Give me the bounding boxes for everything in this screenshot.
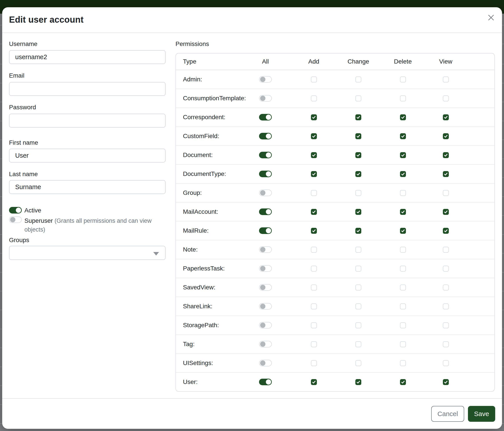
permission-delete-checkbox[interactable] [400, 171, 406, 177]
permission-all-toggle[interactable] [259, 95, 272, 102]
superuser-toggle[interactable] [9, 216, 22, 223]
permission-delete-checkbox[interactable] [400, 77, 406, 82]
permission-change-checkbox[interactable] [355, 247, 361, 253]
last-name-input[interactable] [9, 180, 166, 194]
permission-all-toggle[interactable] [259, 171, 272, 177]
permission-all-toggle[interactable] [259, 114, 272, 120]
permission-change-checkbox[interactable] [355, 228, 361, 234]
permission-add-checkbox[interactable] [311, 341, 317, 347]
permission-add-checkbox[interactable] [311, 266, 317, 272]
permission-add-checkbox[interactable] [311, 209, 317, 215]
permission-all-toggle[interactable] [259, 265, 272, 272]
permission-delete-checkbox[interactable] [400, 304, 406, 309]
permission-delete-checkbox[interactable] [400, 228, 406, 234]
permission-delete-checkbox[interactable] [400, 266, 406, 272]
permission-row: UISettings: [176, 353, 494, 372]
permission-view-checkbox[interactable] [443, 285, 449, 290]
permission-view-checkbox[interactable] [443, 379, 449, 385]
permission-change-checkbox[interactable] [355, 171, 361, 177]
permission-all-toggle[interactable] [259, 322, 272, 329]
toggle-knob [266, 379, 271, 385]
permission-change-checkbox[interactable] [355, 95, 361, 101]
permission-add-checkbox[interactable] [311, 95, 317, 101]
permission-add-checkbox[interactable] [311, 77, 317, 82]
permission-delete-checkbox[interactable] [400, 341, 406, 347]
permission-view-checkbox[interactable] [443, 95, 449, 101]
permission-change-checkbox[interactable] [355, 379, 361, 385]
permission-view-checkbox[interactable] [443, 190, 449, 196]
permission-add-checkbox[interactable] [311, 360, 317, 366]
permission-change-checkbox[interactable] [355, 322, 361, 328]
permission-all-toggle[interactable] [259, 303, 272, 310]
groups-select[interactable] [9, 246, 166, 260]
permission-change-checkbox[interactable] [355, 341, 361, 347]
permission-all-toggle[interactable] [259, 341, 272, 347]
permission-all-toggle[interactable] [259, 246, 272, 253]
permission-change-checkbox[interactable] [355, 133, 361, 139]
permission-delete-checkbox[interactable] [400, 247, 406, 253]
permission-change-checkbox[interactable] [355, 304, 361, 309]
permission-add-checkbox[interactable] [311, 171, 317, 177]
permission-add-checkbox[interactable] [311, 247, 317, 253]
permission-delete-checkbox[interactable] [400, 95, 406, 101]
permission-add-checkbox[interactable] [311, 322, 317, 328]
permission-view-checkbox[interactable] [443, 133, 449, 139]
close-button[interactable] [486, 13, 496, 23]
permission-all-toggle[interactable] [259, 379, 272, 385]
first-name-input[interactable] [9, 149, 166, 162]
permission-delete-checkbox[interactable] [400, 379, 406, 385]
permission-view-checkbox[interactable] [443, 171, 449, 177]
permission-view-checkbox[interactable] [443, 360, 449, 366]
permission-view-checkbox[interactable] [443, 341, 449, 347]
permission-all-toggle[interactable] [259, 284, 272, 291]
permission-view-checkbox[interactable] [443, 114, 449, 120]
permission-delete-checkbox[interactable] [400, 209, 406, 215]
permission-add-checkbox[interactable] [311, 152, 317, 158]
username-input[interactable] [9, 50, 166, 64]
email-label: Email [9, 72, 166, 79]
permission-delete-checkbox[interactable] [400, 360, 406, 366]
active-toggle[interactable] [9, 207, 22, 214]
permission-all-toggle[interactable] [259, 76, 272, 83]
permission-change-checkbox[interactable] [355, 360, 361, 366]
cancel-button[interactable]: Cancel [431, 406, 464, 422]
permission-add-checkbox[interactable] [311, 379, 317, 385]
permissions-table-body: Admin:ConsumptionTemplate:Correspondent:… [176, 70, 494, 391]
permission-add-checkbox[interactable] [311, 114, 317, 120]
permission-view-checkbox[interactable] [443, 228, 449, 234]
permission-all-toggle[interactable] [259, 152, 272, 158]
permission-view-checkbox[interactable] [443, 152, 449, 158]
permission-change-checkbox[interactable] [355, 266, 361, 272]
permission-change-checkbox[interactable] [355, 152, 361, 158]
permission-view-checkbox[interactable] [443, 247, 449, 253]
permission-delete-checkbox[interactable] [400, 133, 406, 139]
permission-change-checkbox[interactable] [355, 285, 361, 290]
permission-add-checkbox[interactable] [311, 304, 317, 309]
permission-all-toggle[interactable] [259, 227, 272, 234]
permission-view-checkbox[interactable] [443, 209, 449, 215]
permission-change-checkbox[interactable] [355, 190, 361, 196]
permission-all-toggle[interactable] [259, 360, 272, 366]
permission-view-checkbox[interactable] [443, 266, 449, 272]
permission-all-toggle[interactable] [259, 133, 272, 139]
permission-delete-checkbox[interactable] [400, 114, 406, 120]
permission-change-checkbox[interactable] [355, 114, 361, 120]
save-button[interactable]: Save [468, 406, 495, 422]
permission-delete-checkbox[interactable] [400, 285, 406, 290]
permission-delete-checkbox[interactable] [400, 190, 406, 196]
permission-add-checkbox[interactable] [311, 133, 317, 139]
permission-add-checkbox[interactable] [311, 228, 317, 234]
permission-delete-checkbox[interactable] [400, 322, 406, 328]
permission-change-checkbox[interactable] [355, 77, 361, 82]
email-input[interactable] [9, 82, 166, 96]
permission-change-checkbox[interactable] [355, 209, 361, 215]
permission-view-checkbox[interactable] [443, 322, 449, 328]
permission-view-checkbox[interactable] [443, 304, 449, 309]
password-input[interactable] [9, 114, 166, 127]
permission-view-checkbox[interactable] [443, 77, 449, 82]
permission-add-checkbox[interactable] [311, 285, 317, 290]
permission-all-toggle[interactable] [259, 189, 272, 196]
permission-all-toggle[interactable] [259, 208, 272, 215]
permission-delete-checkbox[interactable] [400, 152, 406, 158]
permission-add-checkbox[interactable] [311, 190, 317, 196]
